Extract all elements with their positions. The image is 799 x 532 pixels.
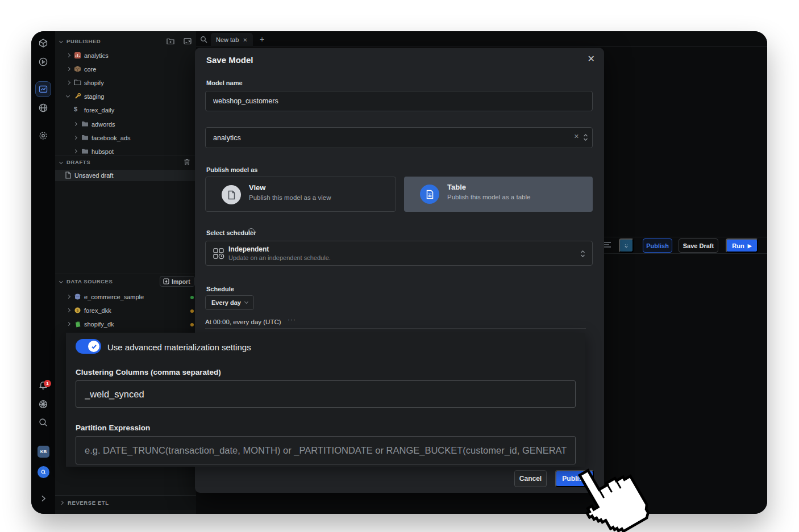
status-dot-green [190, 296, 194, 299]
app-window: 1 KB PUBLISHED analytics [31, 31, 767, 514]
chevron-down-icon [59, 160, 63, 164]
editor-active-icon[interactable] [35, 81, 51, 97]
editor-toolbar: Publish Save Draft Run ▶ [603, 237, 767, 254]
model-name-label: Model name [206, 79, 243, 86]
tree-item-hubspot[interactable]: hubspot [55, 146, 196, 155]
tree-item-facebook-ads[interactable]: facebook_ads [55, 132, 196, 144]
logo-cube-icon[interactable] [39, 39, 48, 48]
svg-text:$: $ [77, 308, 79, 313]
search-rail-icon[interactable] [39, 418, 48, 428]
tab-close-icon[interactable]: ✕ [243, 37, 247, 43]
import-button[interactable]: Import [160, 276, 195, 287]
folder-icon [81, 134, 89, 141]
format-lines-icon[interactable] [604, 242, 611, 248]
status-dot-orange [190, 309, 194, 313]
new-folder-icon[interactable] [167, 37, 174, 45]
chevron-down-icon [59, 39, 63, 43]
model-name-input[interactable] [205, 91, 593, 111]
search-icon[interactable] [200, 36, 207, 43]
chevron-right-icon [66, 322, 70, 326]
save-draft-button[interactable]: Save Draft [679, 238, 718, 253]
chevron-right-icon [66, 67, 70, 71]
folder-select[interactable]: analytics [205, 127, 593, 148]
table-icon [420, 185, 439, 204]
advanced-toggle[interactable] [76, 339, 101, 354]
assistant-button[interactable] [619, 238, 634, 253]
new-tab-button[interactable]: + [260, 35, 264, 43]
play-icon: ▶ [748, 243, 752, 249]
option-table-selected[interactable]: Table Publish this model as a table [404, 177, 593, 212]
divider [205, 328, 586, 329]
select-chevrons-icon [580, 250, 585, 258]
file-icon [65, 171, 72, 179]
status-dot-orange [190, 323, 194, 326]
assistant-avatar[interactable] [38, 466, 49, 478]
chevron-down-icon [66, 94, 70, 98]
section-data-sources[interactable]: DATA SOURCES Import [55, 276, 196, 287]
hand-cursor [541, 466, 638, 532]
option-view[interactable]: View Publish this model as a view [205, 177, 396, 212]
toggle-knob [88, 341, 99, 352]
info-icon[interactable]: i [248, 228, 255, 235]
chevron-down-icon [59, 279, 63, 283]
more-icon[interactable]: ··· [288, 316, 296, 324]
clustering-label: Clustering Columns (comma separated) [76, 368, 221, 376]
clustering-input[interactable] [76, 380, 576, 408]
smiley-icon [623, 242, 629, 250]
chart-icon [74, 52, 81, 59]
source-item-shopify-dk[interactable]: shopify_dk [55, 319, 196, 330]
partition-label: Partition Expression [76, 424, 150, 432]
select-chevrons-icon[interactable] [583, 133, 588, 141]
section-published[interactable]: PUBLISHED [55, 36, 196, 47]
divider [55, 156, 196, 156]
source-item-forex[interactable]: $ forex_dkk [55, 305, 196, 317]
scheduler-select[interactable]: Independent Update on an independent sch… [205, 241, 593, 266]
tree-item-forex-daily[interactable]: $ forex_daily [55, 104, 196, 116]
console-icon[interactable] [184, 37, 192, 45]
collapse-rail-icon[interactable] [39, 494, 48, 504]
folder-outline-icon [74, 79, 81, 86]
advanced-settings-panel: Use advanced materialization settings Cl… [66, 333, 585, 467]
folder-icon [81, 148, 89, 155]
draft-item-unsaved[interactable]: Unsaved draft [55, 170, 196, 181]
community-icon[interactable] [39, 400, 48, 409]
globe-clock-icon[interactable] [39, 103, 48, 113]
run-button[interactable]: Run ▶ [726, 238, 758, 253]
dollar-icon: $ [74, 106, 81, 113]
notification-badge: 1 [44, 380, 51, 387]
divider [55, 274, 196, 274]
shopify-bag-icon [74, 320, 81, 328]
database-icon [74, 293, 81, 300]
schedule-label: Schedule [206, 286, 234, 292]
avatar[interactable]: KB [38, 446, 49, 458]
trash-icon[interactable] [184, 158, 190, 166]
play-circle-icon[interactable] [39, 57, 48, 67]
screenshot-root: 1 KB PUBLISHED analytics [0, 0, 799, 532]
chevron-right-icon [66, 295, 70, 299]
tree-item-analytics[interactable]: analytics [55, 50, 196, 62]
chevron-right-icon [66, 53, 70, 57]
chevron-right-icon [66, 308, 70, 312]
view-doc-icon [222, 185, 241, 204]
gear-icon[interactable] [39, 131, 48, 141]
publish-toolbar-button[interactable]: Publish [643, 238, 672, 253]
tab-new-tab[interactable]: New tab ✕ [211, 33, 253, 47]
chevron-right-icon [73, 122, 77, 126]
reverse-etl-bar[interactable]: REVERSE ETL + [55, 495, 207, 510]
tree-item-shopify[interactable]: shopify [55, 77, 196, 89]
tree-item-staging[interactable]: staging [55, 91, 196, 103]
tab-bar: New tab ✕ + [196, 31, 767, 47]
tree-item-adwords[interactable]: adwords [55, 119, 196, 131]
close-icon[interactable]: ✕ [588, 53, 595, 64]
partition-input[interactable] [76, 436, 576, 464]
tree-item-core[interactable]: core [55, 64, 196, 76]
clear-icon[interactable]: ✕ [574, 133, 579, 140]
source-item-ecommerce[interactable]: e_commerce_sample [55, 291, 196, 303]
advanced-toggle-label: Use advanced materialization settings [107, 342, 251, 352]
coin-icon: $ [74, 307, 81, 314]
folder-icon [81, 120, 89, 128]
section-drafts[interactable]: DRAFTS [55, 157, 196, 168]
schedule-dropdown[interactable]: Every day [205, 295, 254, 310]
publish-as-label: Publish model as [206, 166, 257, 173]
chevron-right-icon [60, 501, 64, 505]
